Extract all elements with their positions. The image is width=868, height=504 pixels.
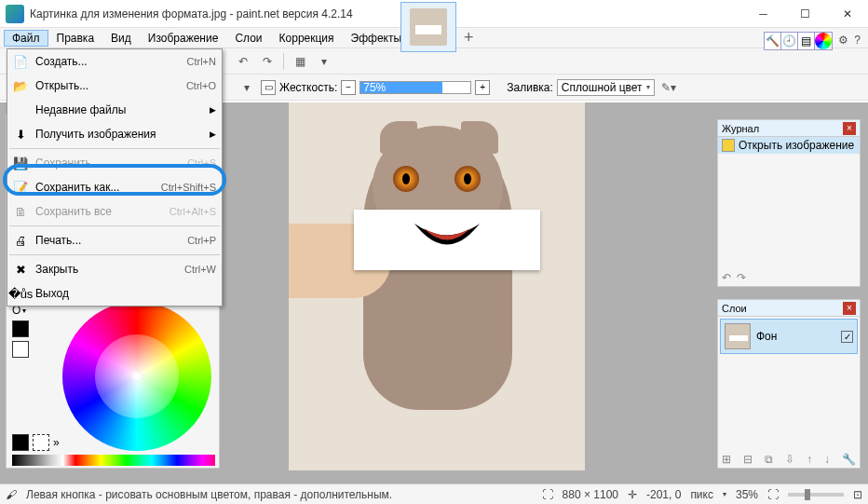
canvas[interactable] [289,102,585,470]
menu-close-doc[interactable]: ✖ЗакрытьCtrl+W [7,257,222,281]
menu-file[interactable]: Файл [4,30,48,47]
exit-icon: �ůs [13,286,28,301]
minimize-button[interactable]: ─ [742,0,784,28]
print-icon: 🖨 [13,233,28,248]
add-layer-icon[interactable]: ⊞ [722,453,731,466]
history-close-icon[interactable]: × [843,122,856,135]
window-title: Картинка для изменения формата.jpg - pai… [30,7,742,20]
merge-layer-icon[interactable]: ⇩ [785,453,794,466]
status-dims: 880 × 1100 [563,488,618,501]
layers-title: Слои [722,303,843,314]
tools-toggle-icon[interactable]: 🔨 [765,33,781,49]
layer-thumb [725,323,751,349]
hardness-max-button[interactable]: + [475,80,490,95]
color-mode[interactable]: О▾ [12,304,29,358]
layer-row[interactable]: Фон ✓ [720,319,858,354]
save-icon: 💾 [13,156,28,170]
layer-name: Фон [756,330,835,343]
zoom-slider[interactable] [788,493,844,497]
menu-acquire[interactable]: ⬇Получить изображения▶ [7,122,222,146]
history-panel[interactable]: Журнал× Открыть изображение ↶↷ [717,119,861,287]
redo-hist-icon[interactable]: ↷ [737,271,746,284]
help-icon[interactable]: ? [854,34,861,47]
grid-icon[interactable]: ▦ [290,51,310,72]
colors-panel[interactable]: О▾ » [6,284,220,469]
menu-view[interactable]: Вид [102,30,140,47]
more-colors-icon[interactable]: » [53,436,60,449]
antialias-icon[interactable]: ✎▾ [658,77,679,98]
maximize-button[interactable]: ☐ [784,0,826,28]
status-zoom: 35% [736,488,758,501]
menu-save: 💾СохранитьCtrl+S [7,151,222,175]
fill-select[interactable]: Сплошной цвет▾ [557,79,655,96]
add-doc-icon[interactable]: + [464,28,474,48]
color-wheel[interactable] [62,302,211,451]
history-title: Журнал [722,123,843,134]
menu-layers[interactable]: Слои [226,30,270,47]
layer-visible-checkbox[interactable]: ✓ [841,331,853,343]
layers-panel[interactable]: Слои× Фон ✓ ⊞ ⊟ ⧉ ⇩ ↑ ↓ 🔧 [717,299,861,469]
palette[interactable] [12,455,215,466]
menu-open[interactable]: 📂Открыть...Ctrl+O [7,74,222,98]
close-icon: ✖ [13,262,28,277]
status-hint: Левая кнопка - рисовать основным цветом,… [26,488,392,501]
status-bar: 🖌 Левая кнопка - рисовать основным цвето… [0,484,868,504]
menu-image[interactable]: Изображение [140,30,227,47]
settings-icon[interactable]: ⚙ [838,34,848,47]
hardness-min-button[interactable]: − [341,80,356,95]
fill-label: Заливка: [507,81,553,94]
layer-props-icon[interactable]: 🔧 [842,453,856,466]
layers-toggle-icon[interactable]: ▤ [798,33,815,49]
menu-new[interactable]: 📄Создать...Ctrl+N [7,49,222,74]
menu-save-all: 🗎Сохранить всеCtrl+Alt+S [7,199,222,224]
saveall-icon: 🗎 [13,204,28,219]
menu-edit[interactable]: Правка [48,30,103,47]
open-icon: 📂 [13,78,28,93]
menu-exit[interactable]: �ůsВыход [7,281,222,306]
app-icon [6,5,24,23]
close-window-button[interactable]: ✕ [826,0,868,28]
menu-recent[interactable]: Недавние файлы▶ [7,98,222,122]
saveas-icon: 📝 [13,180,28,195]
menu-print[interactable]: 🖨Печать...Ctrl+P [7,228,222,252]
history-item[interactable]: Открыть изображение [718,137,860,154]
menu-adjust[interactable]: Коррекция [271,30,343,47]
smile-drawing [410,219,484,256]
colors-toggle-icon[interactable] [815,33,832,49]
dup-layer-icon[interactable]: ⧉ [765,453,773,466]
unit-select[interactable]: пикс [690,488,713,501]
folder-icon [722,139,735,152]
dec-button[interactable]: ▭ [261,80,276,95]
status-pos: -201, 0 [646,488,681,501]
redo-icon[interactable]: ↷ [257,51,278,72]
menu-save-as[interactable]: 📝Сохранить как...Ctrl+Shift+S [7,175,222,199]
primary-swatch[interactable] [12,434,29,451]
ruler-icon[interactable]: ▾ [314,51,334,72]
history-toggle-icon[interactable]: 🕘 [781,33,798,49]
undo-hist-icon[interactable]: ↶ [722,271,731,284]
acquire-icon: ⬇ [13,127,28,142]
down-layer-icon[interactable]: ↓ [824,453,830,466]
file-menu-dropdown: 📄Создать...Ctrl+N 📂Открыть...Ctrl+O Неда… [7,48,223,306]
brush-width-icon[interactable]: ▾ [237,77,257,98]
hardness-label: Жесткость: [279,81,337,94]
undo-icon[interactable]: ↶ [233,51,253,72]
secondary-swatch[interactable] [33,434,49,451]
hardness-control: Жесткость: − 75% + [279,80,490,95]
zoom-100-icon[interactable]: ⊡ [853,488,862,501]
brush-status-icon: 🖌 [6,488,17,501]
layers-close-icon[interactable]: × [843,302,856,315]
panel-toggle-row: 🔨 🕘 ▤ [764,32,833,50]
up-layer-icon[interactable]: ↑ [807,453,812,466]
dims-icon: ⛶ [542,488,553,501]
pos-icon: ✛ [628,488,637,501]
fit-icon[interactable]: ⛶ [767,488,779,501]
del-layer-icon[interactable]: ⊟ [743,453,753,466]
hardness-slider[interactable]: 75% [359,81,471,94]
document-thumb[interactable] [400,2,456,52]
new-icon: 📄 [13,54,28,69]
